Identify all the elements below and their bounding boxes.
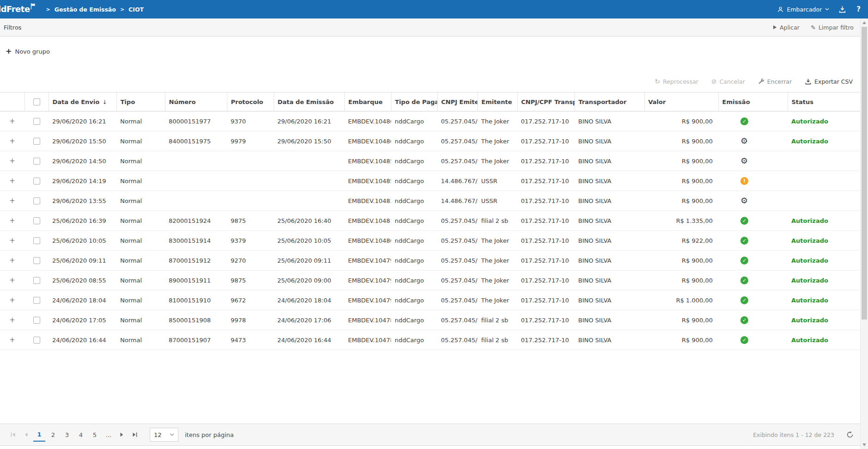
column-label: Número bbox=[169, 98, 196, 105]
column-header-data-de-emissao[interactable]: Data de Emissão bbox=[274, 92, 344, 111]
expand-row-button[interactable]: + bbox=[9, 296, 15, 304]
more-pages-button[interactable]: ... bbox=[103, 431, 115, 438]
previous-page-button[interactable] bbox=[19, 428, 32, 441]
row-checkbox[interactable] bbox=[33, 277, 40, 284]
ciot-table: Data de Envio↓ Tipo Número Protocolo Dat… bbox=[0, 92, 860, 350]
column-header-cnpj-emitente[interactable]: CNPJ Emite... bbox=[437, 92, 477, 111]
scroll-up-icon[interactable] bbox=[862, 21, 866, 24]
end-button[interactable]: Encerrar bbox=[758, 78, 792, 85]
row-checkbox[interactable] bbox=[33, 237, 40, 244]
new-group-label: Novo grupo bbox=[15, 48, 50, 55]
user-role-menu[interactable]: Embarcador bbox=[777, 6, 830, 13]
cell-cnpj_transportador: 017.252.717-10 bbox=[517, 131, 575, 151]
breadcrumb-item-gestao-de-emissao[interactable]: Gestão de Emissão bbox=[55, 6, 116, 13]
export-csv-label: Exportar CSV bbox=[814, 78, 853, 85]
cell-tipo: Normal bbox=[116, 211, 165, 231]
app-logo[interactable]: ldFrete bbox=[0, 0, 36, 18]
help-icon[interactable]: ? bbox=[856, 5, 862, 13]
select-all-checkbox[interactable] bbox=[33, 98, 40, 105]
cell-transportador: BINO SILVA bbox=[575, 310, 644, 330]
emission-warning-icon[interactable]: ! bbox=[740, 177, 748, 185]
row-checkbox[interactable] bbox=[33, 297, 40, 304]
expand-row-button[interactable]: + bbox=[9, 177, 15, 185]
topbar-right: Embarcador ? bbox=[777, 5, 862, 13]
cell-tipo_pagamento: nddCargo bbox=[391, 211, 437, 231]
pager-summary: Exibindo itens 1 - 12 de 223 bbox=[753, 431, 834, 438]
column-header-status[interactable]: Status bbox=[788, 92, 860, 111]
cancel-icon: ⊘ bbox=[711, 78, 717, 85]
breadcrumb: > Gestão de Emissão > CIOT bbox=[46, 6, 144, 13]
cell-transportador: BINO SILVA bbox=[575, 191, 644, 211]
emission-gear-icon[interactable]: ⚙ bbox=[740, 196, 748, 205]
cancel-button[interactable]: ⊘ Cancelar bbox=[711, 78, 745, 85]
row-checkbox[interactable] bbox=[33, 257, 40, 264]
expand-row-button[interactable]: + bbox=[9, 137, 15, 145]
cell-checkbox bbox=[24, 111, 49, 131]
column-header-emissao[interactable]: Emissão bbox=[718, 92, 788, 111]
cell-data_emissao: 24/06/2020 17:06 bbox=[274, 310, 344, 330]
cell-tipo_pagamento: nddCargo bbox=[391, 191, 437, 211]
breadcrumb-item-ciot[interactable]: CIOT bbox=[128, 6, 144, 13]
expand-row-button[interactable]: + bbox=[9, 336, 15, 344]
row-checkbox[interactable] bbox=[33, 217, 40, 224]
expand-row-button[interactable]: + bbox=[9, 197, 15, 205]
row-checkbox[interactable] bbox=[33, 118, 40, 125]
row-checkbox[interactable] bbox=[33, 158, 40, 165]
row-checkbox[interactable] bbox=[33, 197, 40, 204]
column-header-emitente[interactable]: Emitente bbox=[477, 92, 517, 111]
column-header-valor[interactable]: Valor bbox=[644, 92, 718, 111]
pencil-icon: ✎ bbox=[811, 24, 816, 31]
filter-actions: Aplicar ✎ Limpar filtro bbox=[773, 24, 854, 31]
expand-row-button[interactable]: + bbox=[9, 117, 15, 125]
scrollbar-thumb[interactable] bbox=[862, 27, 867, 320]
row-checkbox[interactable] bbox=[33, 138, 40, 145]
cell-tipo: Normal bbox=[116, 151, 165, 171]
emission-gear-icon[interactable]: ⚙ bbox=[740, 156, 748, 166]
expand-row-button[interactable]: + bbox=[9, 216, 15, 225]
expand-row-button[interactable]: + bbox=[9, 157, 15, 165]
download-icon[interactable] bbox=[838, 6, 846, 13]
cell-cnpj_transportador: 017.252.717-10 bbox=[517, 191, 575, 211]
cell-checkbox bbox=[24, 290, 49, 310]
page-button-5[interactable]: 5 bbox=[89, 428, 101, 442]
reprocess-button[interactable]: ↻ Reprocessar bbox=[655, 78, 698, 85]
emission-success-icon: ✓ bbox=[740, 336, 748, 344]
page-button-3[interactable]: 3 bbox=[61, 428, 73, 442]
page-size-select[interactable]: 12 bbox=[150, 428, 178, 442]
apply-filter-button[interactable]: Aplicar bbox=[773, 24, 800, 31]
expand-row-button[interactable]: + bbox=[9, 256, 15, 264]
cell-numero: 87000151912 bbox=[165, 251, 227, 271]
column-header-tipo-pagamento[interactable]: Tipo de Paga... bbox=[391, 92, 437, 111]
column-header-data-de-envio[interactable]: Data de Envio↓ bbox=[49, 92, 116, 111]
column-header-cnpj-transportador[interactable]: CNPJ/CPF Transp... bbox=[517, 92, 575, 111]
last-page-button[interactable] bbox=[128, 428, 141, 441]
row-checkbox[interactable] bbox=[33, 178, 40, 185]
column-header-embarque[interactable]: Embarque bbox=[344, 92, 391, 111]
column-header-protocolo[interactable]: Protocolo bbox=[227, 92, 274, 111]
page-button-4[interactable]: 4 bbox=[75, 428, 87, 442]
page-button-2[interactable]: 2 bbox=[47, 428, 59, 442]
expand-row-button[interactable]: + bbox=[9, 236, 15, 245]
column-header-tipo[interactable]: Tipo bbox=[116, 92, 165, 111]
next-page-button[interactable] bbox=[116, 428, 128, 441]
emission-gear-icon[interactable]: ⚙ bbox=[740, 136, 748, 146]
new-group-button[interactable]: + Novo grupo bbox=[6, 48, 50, 55]
vertical-scrollbar[interactable] bbox=[860, 18, 868, 449]
cell-protocolo: 9875 bbox=[227, 211, 274, 231]
page-button-1[interactable]: 1 bbox=[33, 428, 45, 442]
expand-row-button[interactable]: + bbox=[9, 316, 15, 324]
cell-cnpj_emitente: 05.257.045/0... bbox=[437, 330, 477, 350]
refresh-icon[interactable] bbox=[846, 431, 854, 438]
cell-cnpj_emitente: 05.257.045/0... bbox=[437, 290, 477, 310]
cell-tipo: Normal bbox=[116, 171, 165, 191]
scroll-down-icon[interactable] bbox=[862, 443, 866, 446]
first-page-button[interactable] bbox=[6, 428, 19, 441]
column-header-numero[interactable]: Número bbox=[165, 92, 227, 111]
export-csv-button[interactable]: Exportar CSV bbox=[805, 78, 853, 85]
cell-emissao: ✓ bbox=[718, 231, 788, 251]
expand-row-button[interactable]: + bbox=[9, 276, 15, 284]
row-checkbox[interactable] bbox=[33, 337, 40, 344]
row-checkbox[interactable] bbox=[33, 317, 40, 324]
clear-filter-button[interactable]: ✎ Limpar filtro bbox=[811, 24, 854, 31]
column-header-transportador[interactable]: Transportador bbox=[575, 92, 644, 111]
